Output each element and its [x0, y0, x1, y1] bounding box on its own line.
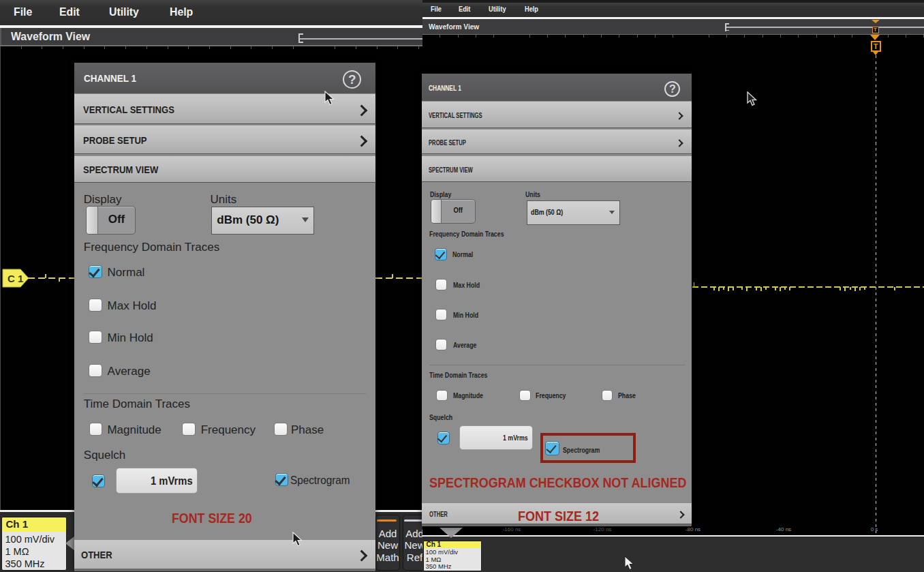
svg-text:C 1: C 1 — [7, 273, 23, 284]
